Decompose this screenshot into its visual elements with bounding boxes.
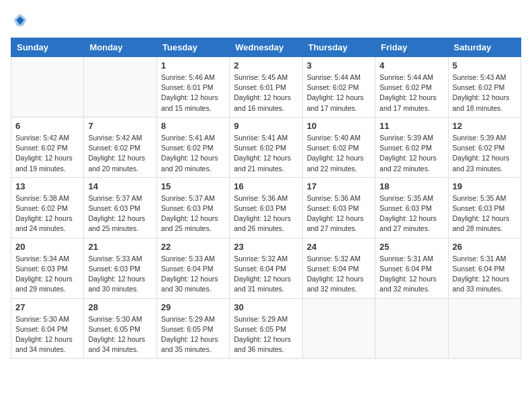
page-header <box>11 11 521 30</box>
calendar-cell: 28Sunrise: 5:30 AMSunset: 6:05 PMDayligh… <box>84 298 157 359</box>
day-info: Sunrise: 5:36 AMSunset: 6:03 PMDaylight:… <box>307 193 371 234</box>
calendar-cell: 17Sunrise: 5:36 AMSunset: 6:03 PMDayligh… <box>302 177 375 238</box>
day-number: 4 <box>380 60 443 71</box>
week-row-1: 1Sunrise: 5:46 AMSunset: 6:01 PMDaylight… <box>11 57 521 118</box>
column-header-saturday: Saturday <box>448 38 521 57</box>
day-info: Sunrise: 5:44 AMSunset: 6:02 PMDaylight:… <box>307 73 371 113</box>
calendar-cell <box>302 298 375 359</box>
calendar-table: SundayMondayTuesdayWednesdayThursdayFrid… <box>11 38 521 359</box>
day-info: Sunrise: 5:46 AMSunset: 6:01 PMDaylight:… <box>161 73 225 113</box>
calendar-cell: 12Sunrise: 5:39 AMSunset: 6:02 PMDayligh… <box>448 117 521 177</box>
day-info: Sunrise: 5:33 AMSunset: 6:04 PMDaylight:… <box>161 254 225 295</box>
calendar-cell: 3Sunrise: 5:44 AMSunset: 6:02 PMDaylight… <box>302 57 375 118</box>
calendar-header-row: SundayMondayTuesdayWednesdayThursdayFrid… <box>11 38 521 57</box>
day-number: 29 <box>161 302 225 312</box>
day-number: 10 <box>307 121 371 131</box>
week-row-5: 27Sunrise: 5:30 AMSunset: 6:04 PMDayligh… <box>11 298 521 359</box>
day-number: 19 <box>453 181 517 191</box>
calendar-cell: 8Sunrise: 5:41 AMSunset: 6:02 PMDaylight… <box>157 117 229 177</box>
week-row-4: 20Sunrise: 5:34 AMSunset: 6:03 PMDayligh… <box>11 238 521 298</box>
day-number: 20 <box>15 242 79 252</box>
day-number: 27 <box>15 302 79 312</box>
day-info: Sunrise: 5:37 AMSunset: 6:03 PMDaylight:… <box>88 193 152 234</box>
day-info: Sunrise: 5:36 AMSunset: 6:03 PMDaylight:… <box>234 193 298 234</box>
column-header-wednesday: Wednesday <box>230 38 302 57</box>
day-number: 15 <box>161 181 225 191</box>
day-number: 30 <box>234 302 298 312</box>
calendar-cell: 27Sunrise: 5:30 AMSunset: 6:04 PMDayligh… <box>11 298 84 359</box>
calendar-cell: 30Sunrise: 5:29 AMSunset: 6:05 PMDayligh… <box>230 298 302 359</box>
column-header-thursday: Thursday <box>302 38 375 57</box>
calendar-cell: 24Sunrise: 5:32 AMSunset: 6:04 PMDayligh… <box>302 238 375 298</box>
day-number: 23 <box>234 242 298 252</box>
calendar-cell: 20Sunrise: 5:34 AMSunset: 6:03 PMDayligh… <box>11 238 84 298</box>
logo <box>11 11 32 30</box>
calendar-cell: 2Sunrise: 5:45 AMSunset: 6:01 PMDaylight… <box>230 57 302 118</box>
calendar-cell <box>448 298 521 359</box>
calendar-cell: 9Sunrise: 5:41 AMSunset: 6:02 PMDaylight… <box>230 117 302 177</box>
calendar-cell: 16Sunrise: 5:36 AMSunset: 6:03 PMDayligh… <box>230 177 302 238</box>
day-info: Sunrise: 5:40 AMSunset: 6:02 PMDaylight:… <box>307 133 371 174</box>
calendar-cell: 15Sunrise: 5:37 AMSunset: 6:03 PMDayligh… <box>157 177 229 238</box>
day-number: 28 <box>88 302 152 312</box>
calendar-cell: 10Sunrise: 5:40 AMSunset: 6:02 PMDayligh… <box>302 117 375 177</box>
day-info: Sunrise: 5:29 AMSunset: 6:05 PMDaylight:… <box>234 314 298 355</box>
day-info: Sunrise: 5:43 AMSunset: 6:02 PMDaylight:… <box>453 73 517 113</box>
calendar-cell: 23Sunrise: 5:32 AMSunset: 6:04 PMDayligh… <box>230 238 302 298</box>
calendar-cell: 18Sunrise: 5:35 AMSunset: 6:03 PMDayligh… <box>375 177 448 238</box>
day-info: Sunrise: 5:44 AMSunset: 6:02 PMDaylight:… <box>380 73 443 113</box>
calendar-cell: 21Sunrise: 5:33 AMSunset: 6:03 PMDayligh… <box>84 238 157 298</box>
day-info: Sunrise: 5:35 AMSunset: 6:03 PMDaylight:… <box>380 193 443 234</box>
column-header-tuesday: Tuesday <box>157 38 229 57</box>
day-info: Sunrise: 5:32 AMSunset: 6:04 PMDaylight:… <box>234 254 298 295</box>
day-number: 17 <box>307 181 371 191</box>
day-number: 11 <box>380 121 443 131</box>
day-number: 22 <box>161 242 225 252</box>
day-info: Sunrise: 5:33 AMSunset: 6:03 PMDaylight:… <box>88 254 152 295</box>
day-number: 6 <box>15 121 79 131</box>
calendar-cell <box>11 57 84 118</box>
column-header-sunday: Sunday <box>11 38 84 57</box>
calendar-cell: 5Sunrise: 5:43 AMSunset: 6:02 PMDaylight… <box>448 57 521 118</box>
day-number: 21 <box>88 242 152 252</box>
calendar-cell: 25Sunrise: 5:31 AMSunset: 6:04 PMDayligh… <box>375 238 448 298</box>
day-number: 2 <box>234 60 298 71</box>
day-info: Sunrise: 5:31 AMSunset: 6:04 PMDaylight:… <box>453 254 517 295</box>
day-info: Sunrise: 5:39 AMSunset: 6:02 PMDaylight:… <box>453 133 517 174</box>
day-info: Sunrise: 5:31 AMSunset: 6:04 PMDaylight:… <box>380 254 443 295</box>
day-info: Sunrise: 5:30 AMSunset: 6:04 PMDaylight:… <box>15 314 79 355</box>
calendar-cell: 11Sunrise: 5:39 AMSunset: 6:02 PMDayligh… <box>375 117 448 177</box>
calendar-cell: 26Sunrise: 5:31 AMSunset: 6:04 PMDayligh… <box>448 238 521 298</box>
day-info: Sunrise: 5:30 AMSunset: 6:05 PMDaylight:… <box>88 314 152 355</box>
day-info: Sunrise: 5:42 AMSunset: 6:02 PMDaylight:… <box>15 133 79 174</box>
column-header-friday: Friday <box>375 38 448 57</box>
day-info: Sunrise: 5:34 AMSunset: 6:03 PMDaylight:… <box>15 254 79 295</box>
day-info: Sunrise: 5:41 AMSunset: 6:02 PMDaylight:… <box>161 133 225 174</box>
week-row-2: 6Sunrise: 5:42 AMSunset: 6:02 PMDaylight… <box>11 117 521 177</box>
day-info: Sunrise: 5:35 AMSunset: 6:03 PMDaylight:… <box>453 193 517 234</box>
calendar-cell: 13Sunrise: 5:38 AMSunset: 6:02 PMDayligh… <box>11 177 84 238</box>
day-info: Sunrise: 5:39 AMSunset: 6:02 PMDaylight:… <box>380 133 443 174</box>
day-number: 8 <box>161 121 225 131</box>
day-number: 1 <box>161 60 225 71</box>
column-header-monday: Monday <box>84 38 157 57</box>
calendar-cell: 7Sunrise: 5:42 AMSunset: 6:02 PMDaylight… <box>84 117 157 177</box>
calendar-cell: 1Sunrise: 5:46 AMSunset: 6:01 PMDaylight… <box>157 57 229 118</box>
calendar-cell: 22Sunrise: 5:33 AMSunset: 6:04 PMDayligh… <box>157 238 229 298</box>
calendar-cell: 29Sunrise: 5:29 AMSunset: 6:05 PMDayligh… <box>157 298 229 359</box>
day-info: Sunrise: 5:42 AMSunset: 6:02 PMDaylight:… <box>88 133 152 174</box>
calendar-cell <box>375 298 448 359</box>
logo-icon <box>11 11 30 30</box>
day-number: 13 <box>15 181 79 191</box>
calendar-cell: 4Sunrise: 5:44 AMSunset: 6:02 PMDaylight… <box>375 57 448 118</box>
day-number: 26 <box>453 242 517 252</box>
calendar-cell: 14Sunrise: 5:37 AMSunset: 6:03 PMDayligh… <box>84 177 157 238</box>
day-number: 18 <box>380 181 443 191</box>
day-number: 9 <box>234 121 298 131</box>
day-info: Sunrise: 5:38 AMSunset: 6:02 PMDaylight:… <box>15 193 79 234</box>
day-info: Sunrise: 5:41 AMSunset: 6:02 PMDaylight:… <box>234 133 298 174</box>
day-number: 24 <box>307 242 371 252</box>
week-row-3: 13Sunrise: 5:38 AMSunset: 6:02 PMDayligh… <box>11 177 521 238</box>
day-number: 7 <box>88 121 152 131</box>
day-number: 5 <box>453 60 517 71</box>
